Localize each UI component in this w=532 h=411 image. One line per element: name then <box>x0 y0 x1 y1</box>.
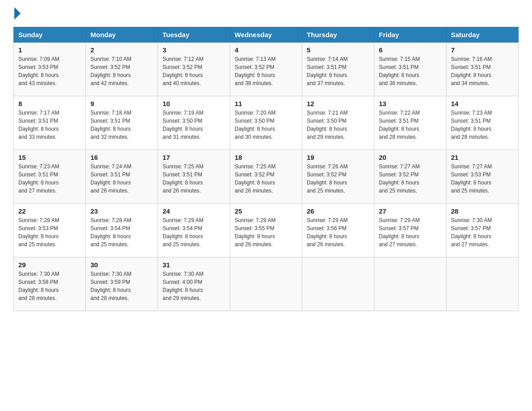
day-number: 19 <box>307 154 369 161</box>
day-info: Sunrise: 7:17 AMSunset: 3:51 PMDaylight:… <box>18 109 81 141</box>
day-number: 11 <box>235 100 297 107</box>
calendar-cell: 10Sunrise: 7:19 AMSunset: 3:50 PMDayligh… <box>158 96 230 150</box>
day-number: 10 <box>163 100 225 107</box>
day-info: Sunrise: 7:25 AMSunset: 3:52 PMDaylight:… <box>235 163 297 195</box>
day-number: 22 <box>18 207 81 215</box>
day-number: 14 <box>451 100 514 107</box>
day-number: 17 <box>163 154 225 161</box>
day-info: Sunrise: 7:24 AMSunset: 3:51 PMDaylight:… <box>90 163 153 195</box>
day-number: 5 <box>307 46 369 54</box>
day-number: 27 <box>379 207 442 215</box>
day-info: Sunrise: 7:28 AMSunset: 3:54 PMDaylight:… <box>90 216 153 248</box>
day-number: 29 <box>18 261 81 269</box>
logo-triangle-icon <box>14 7 21 20</box>
day-number: 24 <box>163 207 225 215</box>
calendar-week-row: 29Sunrise: 7:30 AMSunset: 3:58 PMDayligh… <box>14 257 519 311</box>
header-sunday: Sunday <box>14 27 86 43</box>
calendar-cell: 17Sunrise: 7:25 AMSunset: 3:51 PMDayligh… <box>158 150 230 204</box>
day-number: 15 <box>18 154 81 161</box>
header-saturday: Saturday <box>446 27 519 43</box>
header-monday: Monday <box>86 27 158 43</box>
calendar-week-row: 22Sunrise: 7:28 AMSunset: 3:53 PMDayligh… <box>14 204 519 257</box>
day-info: Sunrise: 7:10 AMSunset: 3:52 PMDaylight:… <box>90 55 153 87</box>
day-number: 20 <box>379 154 442 161</box>
header-tuesday: Tuesday <box>158 27 230 43</box>
day-info: Sunrise: 7:23 AMSunset: 3:51 PMDaylight:… <box>451 109 514 141</box>
calendar-cell: 2Sunrise: 7:10 AMSunset: 3:52 PMDaylight… <box>86 43 158 96</box>
day-info: Sunrise: 7:29 AMSunset: 3:56 PMDaylight:… <box>307 216 369 248</box>
day-number: 3 <box>163 46 225 54</box>
day-info: Sunrise: 7:18 AMSunset: 3:51 PMDaylight:… <box>90 109 153 141</box>
calendar-cell: 16Sunrise: 7:24 AMSunset: 3:51 PMDayligh… <box>86 150 158 204</box>
day-info: Sunrise: 7:27 AMSunset: 3:52 PMDaylight:… <box>379 163 442 195</box>
calendar-cell: 11Sunrise: 7:20 AMSunset: 3:50 PMDayligh… <box>230 96 302 150</box>
calendar-cell: 31Sunrise: 7:30 AMSunset: 4:00 PMDayligh… <box>158 257 230 311</box>
day-number: 16 <box>90 154 153 161</box>
calendar-cell: 8Sunrise: 7:17 AMSunset: 3:51 PMDaylight… <box>14 96 86 150</box>
day-info: Sunrise: 7:16 AMSunset: 3:51 PMDaylight:… <box>451 55 514 87</box>
day-info: Sunrise: 7:28 AMSunset: 3:53 PMDaylight:… <box>18 216 81 248</box>
day-number: 4 <box>235 46 297 54</box>
calendar-cell: 27Sunrise: 7:29 AMSunset: 3:57 PMDayligh… <box>374 204 446 257</box>
day-info: Sunrise: 7:13 AMSunset: 3:52 PMDaylight:… <box>235 55 297 87</box>
calendar-table: SundayMondayTuesdayWednesdayThursdayFrid… <box>13 27 519 311</box>
day-info: Sunrise: 7:21 AMSunset: 3:50 PMDaylight:… <box>307 109 369 141</box>
day-info: Sunrise: 7:23 AMSunset: 3:51 PMDaylight:… <box>18 163 81 195</box>
calendar-cell: 28Sunrise: 7:30 AMSunset: 3:57 PMDayligh… <box>446 204 519 257</box>
day-info: Sunrise: 7:30 AMSunset: 3:58 PMDaylight:… <box>18 270 81 302</box>
calendar-cell: 12Sunrise: 7:21 AMSunset: 3:50 PMDayligh… <box>302 96 374 150</box>
day-number: 28 <box>451 207 514 215</box>
calendar-cell: 29Sunrise: 7:30 AMSunset: 3:58 PMDayligh… <box>14 257 86 311</box>
day-number: 21 <box>451 154 514 161</box>
header-thursday: Thursday <box>302 27 374 43</box>
calendar-cell: 19Sunrise: 7:26 AMSunset: 3:52 PMDayligh… <box>302 150 374 204</box>
calendar-cell: 23Sunrise: 7:28 AMSunset: 3:54 PMDayligh… <box>86 204 158 257</box>
day-info: Sunrise: 7:29 AMSunset: 3:55 PMDaylight:… <box>235 216 297 248</box>
day-number: 13 <box>379 100 442 107</box>
day-info: Sunrise: 7:20 AMSunset: 3:50 PMDaylight:… <box>235 109 297 141</box>
calendar-cell: 18Sunrise: 7:25 AMSunset: 3:52 PMDayligh… <box>230 150 302 204</box>
calendar-cell: 24Sunrise: 7:29 AMSunset: 3:54 PMDayligh… <box>158 204 230 257</box>
calendar-cell: 7Sunrise: 7:16 AMSunset: 3:51 PMDaylight… <box>446 43 519 96</box>
calendar-week-row: 15Sunrise: 7:23 AMSunset: 3:51 PMDayligh… <box>14 150 519 204</box>
day-number: 18 <box>235 154 297 161</box>
day-number: 8 <box>18 100 81 107</box>
calendar-cell: 14Sunrise: 7:23 AMSunset: 3:51 PMDayligh… <box>446 96 519 150</box>
day-number: 7 <box>451 46 514 54</box>
page-header <box>13 9 519 18</box>
calendar-cell <box>302 257 374 311</box>
logo <box>13 9 21 18</box>
calendar-cell <box>230 257 302 311</box>
calendar-cell: 1Sunrise: 7:09 AMSunset: 3:53 PMDaylight… <box>14 43 86 96</box>
day-number: 12 <box>307 100 369 107</box>
day-number: 23 <box>90 207 153 215</box>
calendar-week-row: 8Sunrise: 7:17 AMSunset: 3:51 PMDaylight… <box>14 96 519 150</box>
calendar-cell: 13Sunrise: 7:22 AMSunset: 3:51 PMDayligh… <box>374 96 446 150</box>
calendar-cell: 15Sunrise: 7:23 AMSunset: 3:51 PMDayligh… <box>14 150 86 204</box>
day-info: Sunrise: 7:27 AMSunset: 3:53 PMDaylight:… <box>451 163 514 195</box>
calendar-cell: 9Sunrise: 7:18 AMSunset: 3:51 PMDaylight… <box>86 96 158 150</box>
day-number: 9 <box>90 100 153 107</box>
day-number: 31 <box>163 261 225 269</box>
calendar-week-row: 1Sunrise: 7:09 AMSunset: 3:53 PMDaylight… <box>14 43 519 96</box>
day-info: Sunrise: 7:09 AMSunset: 3:53 PMDaylight:… <box>18 55 81 87</box>
day-number: 1 <box>18 46 81 54</box>
day-info: Sunrise: 7:29 AMSunset: 3:54 PMDaylight:… <box>163 216 225 248</box>
header-wednesday: Wednesday <box>230 27 302 43</box>
calendar-cell: 30Sunrise: 7:30 AMSunset: 3:59 PMDayligh… <box>86 257 158 311</box>
day-info: Sunrise: 7:29 AMSunset: 3:57 PMDaylight:… <box>379 216 442 248</box>
day-info: Sunrise: 7:14 AMSunset: 3:51 PMDaylight:… <box>307 55 369 87</box>
day-number: 25 <box>235 207 297 215</box>
day-number: 6 <box>379 46 442 54</box>
day-info: Sunrise: 7:30 AMSunset: 4:00 PMDaylight:… <box>163 270 225 302</box>
day-number: 2 <box>90 46 153 54</box>
calendar-cell: 25Sunrise: 7:29 AMSunset: 3:55 PMDayligh… <box>230 204 302 257</box>
calendar-cell <box>446 257 519 311</box>
header-friday: Friday <box>374 27 446 43</box>
day-info: Sunrise: 7:19 AMSunset: 3:50 PMDaylight:… <box>163 109 225 141</box>
calendar-cell: 5Sunrise: 7:14 AMSunset: 3:51 PMDaylight… <box>302 43 374 96</box>
day-number: 30 <box>90 261 153 269</box>
day-info: Sunrise: 7:15 AMSunset: 3:51 PMDaylight:… <box>379 55 442 87</box>
day-info: Sunrise: 7:22 AMSunset: 3:51 PMDaylight:… <box>379 109 442 141</box>
calendar-cell <box>374 257 446 311</box>
